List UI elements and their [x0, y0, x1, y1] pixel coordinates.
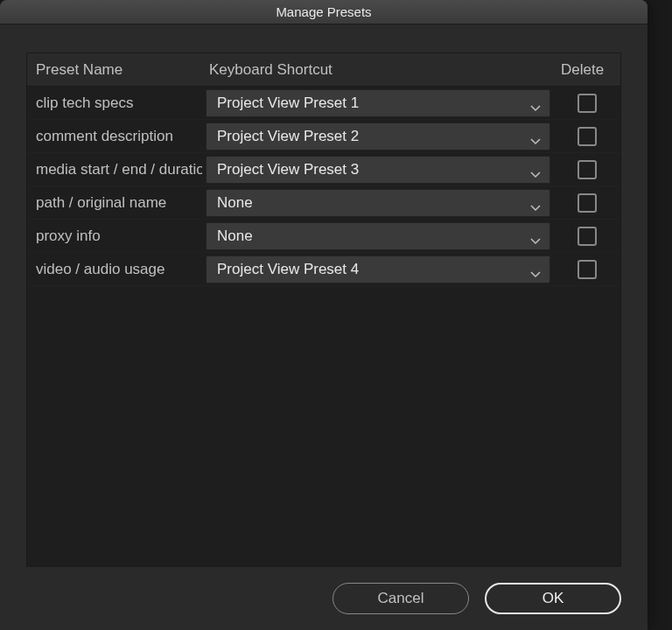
delete-cell [554, 227, 620, 246]
button-row: Cancel OK [0, 567, 648, 630]
column-header-shortcut: Keyboard Shortcut [202, 61, 554, 79]
shortcut-dropdown[interactable]: Project View Preset 1 [206, 89, 550, 117]
dialog-title: Manage Presets [276, 4, 371, 19]
shortcut-dropdown[interactable]: Project View Preset 4 [206, 256, 550, 284]
title-bar: Manage Presets [0, 0, 648, 24]
shortcut-dropdown[interactable]: None [206, 222, 550, 250]
preset-name-cell: clip tech specs [27, 94, 202, 112]
ok-button[interactable]: OK [485, 583, 621, 614]
shortcut-cell: Project View Preset 3 [202, 156, 554, 184]
table-row: proxy info None [27, 220, 620, 253]
delete-cell [554, 127, 620, 146]
chevron-down-icon [530, 166, 541, 173]
dropdown-value: None [217, 228, 253, 245]
delete-checkbox[interactable] [578, 193, 597, 213]
delete-checkbox[interactable] [578, 127, 597, 146]
delete-cell [554, 160, 620, 179]
shortcut-cell: None [202, 222, 554, 250]
shortcut-dropdown[interactable]: Project View Preset 2 [206, 122, 550, 150]
dropdown-value: Project View Preset 4 [217, 261, 359, 278]
shortcut-dropdown[interactable]: Project View Preset 3 [206, 156, 550, 184]
chevron-down-icon [530, 266, 541, 273]
dropdown-value: Project View Preset 1 [217, 94, 359, 112]
presets-table: Preset Name Keyboard Shortcut Delete cli… [26, 52, 621, 567]
table-row: media start / end / duration Project Vie… [27, 153, 620, 186]
table-row: comment description Project View Preset … [27, 120, 620, 153]
column-header-name: Preset Name [27, 61, 202, 79]
delete-cell [554, 193, 620, 213]
delete-cell [554, 260, 620, 279]
preset-name-cell: comment description [27, 128, 202, 145]
column-header-delete: Delete [554, 61, 620, 79]
content-area: Preset Name Keyboard Shortcut Delete cli… [0, 24, 648, 567]
dropdown-value: Project View Preset 3 [217, 161, 359, 178]
delete-checkbox[interactable] [578, 160, 597, 179]
chevron-down-icon [530, 233, 541, 240]
chevron-down-icon [530, 133, 541, 140]
dropdown-value: None [217, 194, 253, 212]
manage-presets-dialog: Manage Presets Preset Name Keyboard Shor… [0, 0, 648, 630]
delete-checkbox[interactable] [578, 94, 597, 113]
table-row: path / original name None [27, 186, 620, 220]
table-body: clip tech specs Project View Preset 1 co… [27, 87, 620, 566]
preset-name-cell: video / audio usage [27, 261, 202, 278]
table-row: clip tech specs Project View Preset 1 [27, 87, 620, 120]
shortcut-cell: None [202, 189, 554, 217]
shortcut-cell: Project View Preset 4 [202, 256, 554, 284]
shortcut-cell: Project View Preset 1 [202, 89, 554, 117]
preset-name-cell: path / original name [27, 194, 202, 212]
preset-name-cell: media start / end / duration [27, 161, 202, 178]
chevron-down-icon [530, 200, 541, 206]
shortcut-dropdown[interactable]: None [206, 189, 550, 217]
delete-checkbox[interactable] [578, 227, 597, 246]
delete-cell [554, 94, 620, 113]
table-row: video / audio usage Project View Preset … [27, 253, 620, 286]
chevron-down-icon [530, 100, 541, 107]
delete-checkbox[interactable] [578, 260, 597, 279]
preset-name-cell: proxy info [27, 228, 202, 245]
cancel-button[interactable]: Cancel [332, 583, 469, 614]
table-header: Preset Name Keyboard Shortcut Delete [27, 53, 620, 87]
shortcut-cell: Project View Preset 2 [202, 122, 554, 150]
dropdown-value: Project View Preset 2 [217, 128, 359, 145]
